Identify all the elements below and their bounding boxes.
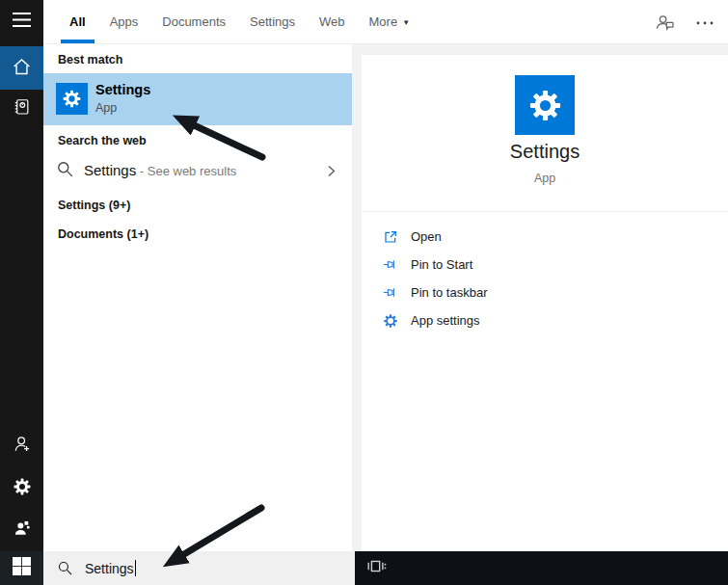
group-header-documents[interactable]: Documents (1+): [58, 227, 148, 241]
chevron-right-icon[interactable]: [323, 163, 339, 183]
search-web-header: Search the web: [58, 134, 147, 147]
preview-actions: Open Pin to Start Pin to taskbar: [362, 223, 728, 334]
search-input[interactable]: Settings: [43, 551, 355, 585]
web-search-result[interactable]: Settings - See web results: [43, 153, 352, 190]
open-icon: [382, 228, 398, 245]
task-view-button[interactable]: [355, 551, 397, 585]
tab-settings[interactable]: Settings: [250, 14, 295, 29]
tab-more[interactable]: More▼: [369, 14, 411, 29]
best-match-subtitle: App: [95, 101, 117, 115]
journal-icon: [13, 97, 31, 120]
action-label: Pin to Start: [411, 257, 472, 272]
tab-apps[interactable]: Apps: [110, 14, 139, 29]
topbar-right-icons: [654, 11, 715, 37]
action-pin-to-start[interactable]: Pin to Start: [362, 251, 728, 279]
results-panel: Best match Settings App Search the web S…: [43, 44, 352, 551]
best-match-header: Best match: [58, 53, 122, 66]
best-match-result-settings[interactable]: Settings App: [43, 73, 352, 125]
preview-pane-background: Settings App Open Pin to Start: [352, 44, 728, 551]
search-filter-bar: All Apps Documents Settings Web More▼: [43, 0, 728, 44]
pin-icon: [382, 256, 398, 273]
taskbar: Settings: [0, 551, 728, 585]
ellipsis-icon[interactable]: [695, 13, 715, 36]
action-pin-to-taskbar[interactable]: Pin to taskbar: [362, 279, 728, 306]
sidebar-item-account[interactable]: [0, 424, 43, 467]
chevron-down-icon: ▼: [402, 18, 410, 27]
task-view-icon: [365, 557, 387, 579]
action-label: App settings: [411, 313, 480, 328]
preview-divider: [362, 211, 728, 212]
group-header-settings[interactable]: Settings (9+): [58, 199, 130, 212]
text-caret: [135, 560, 137, 576]
tab-all[interactable]: All: [69, 14, 86, 29]
feedback-person-icon: [13, 519, 32, 542]
tab-documents[interactable]: Documents: [162, 14, 226, 29]
hamburger-icon: [13, 13, 31, 31]
windows-logo-icon: [13, 557, 31, 579]
windows-search-flyout: All Apps Documents Settings Web More▼ Be…: [0, 0, 728, 585]
action-open[interactable]: Open: [362, 223, 728, 251]
sidebar-item-home[interactable]: [0, 46, 43, 90]
preview-app-subtitle: App: [362, 172, 728, 185]
home-icon: [12, 57, 32, 80]
best-match-title: Settings: [95, 82, 150, 97]
start-button[interactable]: [0, 551, 43, 585]
search-input-value: Settings: [85, 561, 134, 576]
preview-pane: Settings App Open Pin to Start: [362, 55, 728, 551]
settings-app-tile-icon: [56, 83, 88, 115]
sidebar: [0, 0, 43, 585]
pin-icon: [382, 284, 398, 301]
gear-icon: [382, 312, 398, 329]
action-label: Open: [411, 229, 442, 244]
tab-web[interactable]: Web: [319, 14, 345, 29]
account-feedback-icon[interactable]: [654, 11, 676, 37]
sidebar-item-settings[interactable]: [0, 466, 43, 510]
magnifier-icon: [57, 560, 73, 576]
web-result-text: Settings - See web results: [84, 162, 236, 178]
magnifier-icon: [56, 160, 74, 182]
gear-icon: [13, 477, 32, 500]
sidebar-item-journal[interactable]: [0, 87, 43, 130]
action-app-settings[interactable]: App settings: [362, 306, 728, 334]
sidebar-item-feedback[interactable]: [0, 508, 43, 551]
active-tab-underline: [61, 40, 94, 43]
filter-tabs: All Apps Documents Settings Web More▼: [43, 0, 728, 43]
add-account-icon: [13, 435, 32, 458]
hamburger-menu-button[interactable]: [0, 0, 43, 43]
settings-app-tile-icon-large: [515, 75, 575, 135]
preview-app-title: Settings: [362, 141, 728, 163]
action-label: Pin to taskbar: [411, 285, 488, 300]
